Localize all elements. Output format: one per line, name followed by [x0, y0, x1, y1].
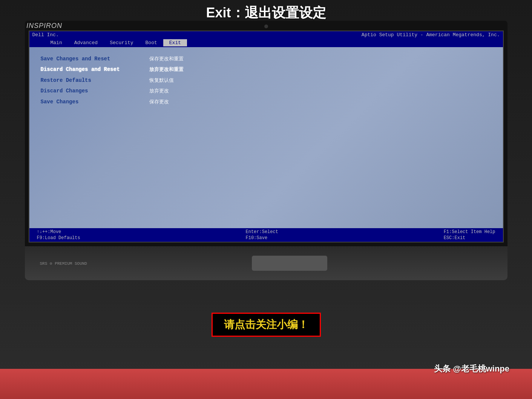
bios-utility-info: Aptio Setup Utility - American Megatrend… [362, 32, 500, 38]
menu-item-cn-restore-defaults: 恢复默认值 [149, 77, 174, 84]
inspiron-brand: INSPIRON [26, 22, 62, 30]
menu-item-en-discard-changes: Discard Changes [41, 87, 146, 95]
nav-boot[interactable]: Boot [140, 39, 163, 46]
watermark: 头条 @老毛桃winpe [434, 363, 509, 374]
hint-move: ↑↓++:Move [37, 229, 80, 235]
menu-item-cn-discard-changes: 放弃更改 [149, 87, 169, 95]
bios-top-bar: Dell Inc. Aptio Setup Utility - American… [29, 31, 503, 38]
page-title: Exit：退出设置设定 [206, 4, 326, 22]
bios-content: Save Changes and Reset 保存更改和重置 Discard C… [29, 47, 503, 228]
menu-item-cn-discard-changes-reset: 放弃更改和重置 [149, 66, 184, 74]
menu-item-discard-changes[interactable]: Discard Changes 放弃更改 [41, 87, 492, 95]
menu-item-en-save-changes-reset: Save Changes and Reset [41, 55, 146, 63]
cta-text: 请点击关注小编！ [224, 319, 308, 330]
hint-f10-save: F10:Save [245, 235, 278, 241]
camera-dot [264, 25, 268, 28]
menu-item-discard-changes-reset[interactable]: Discard Changes and Reset 放弃更改和重置 [41, 65, 492, 74]
menu-item-en-save-changes: Save Changes [41, 98, 146, 106]
menu-item-save-changes-reset[interactable]: Save Changes and Reset 保存更改和重置 [41, 55, 492, 63]
laptop-srs-brand: SRS ⊙ PREMIUM SOUND [40, 261, 87, 266]
menu-item-cn-save-changes-reset: 保存更改和重置 [149, 55, 184, 63]
nav-main[interactable]: Main [44, 39, 68, 46]
hint-esc-exit: ESC:Exit [444, 235, 495, 241]
nav-security[interactable]: Security [104, 39, 139, 46]
bios-nav-bar: Main Advanced Security Boot Exit [29, 38, 503, 47]
hint-load-defaults: F9:Load Defaults [37, 235, 80, 241]
laptop-frame: Exit：退出设置设定 INSPIRON Dell Inc. Aptio Set… [0, 0, 532, 399]
hint-enter-select: Enter:Select [245, 229, 278, 235]
menu-item-en-restore-defaults: Restore Defaults [41, 76, 146, 84]
menu-item-cn-save-changes: 保存更改 [149, 98, 169, 106]
screen-bezel: Dell Inc. Aptio Setup Utility - American… [25, 21, 507, 246]
bottom-right-hints: F1:Select Item Help ESC:Exit [444, 229, 495, 241]
bios-screen: Dell Inc. Aptio Setup Utility - American… [29, 31, 504, 242]
bios-vendor: Dell Inc. [32, 32, 59, 38]
nav-advanced[interactable]: Advanced [68, 39, 104, 46]
touchpad[interactable] [252, 256, 327, 271]
bottom-center-hints: Enter:Select F10:Save [245, 229, 278, 241]
menu-item-save-changes[interactable]: Save Changes 保存更改 [41, 98, 492, 106]
bottom-left-hints: ↑↓++:Move F9:Load Defaults [37, 229, 80, 241]
hint-f1-help: F1:Select Item Help [444, 229, 495, 235]
cta-box: 请点击关注小编！ [212, 313, 321, 337]
laptop-bottom: SRS ⊙ PREMIUM SOUND [25, 246, 507, 280]
menu-item-en-discard-changes-reset: Discard Changes and Reset [41, 65, 146, 74]
menu-item-restore-defaults[interactable]: Restore Defaults 恢复默认值 [41, 76, 492, 84]
nav-exit[interactable]: Exit [163, 39, 187, 46]
bios-bottom-bar: ↑↓++:Move F9:Load Defaults Enter:Select … [29, 228, 503, 242]
